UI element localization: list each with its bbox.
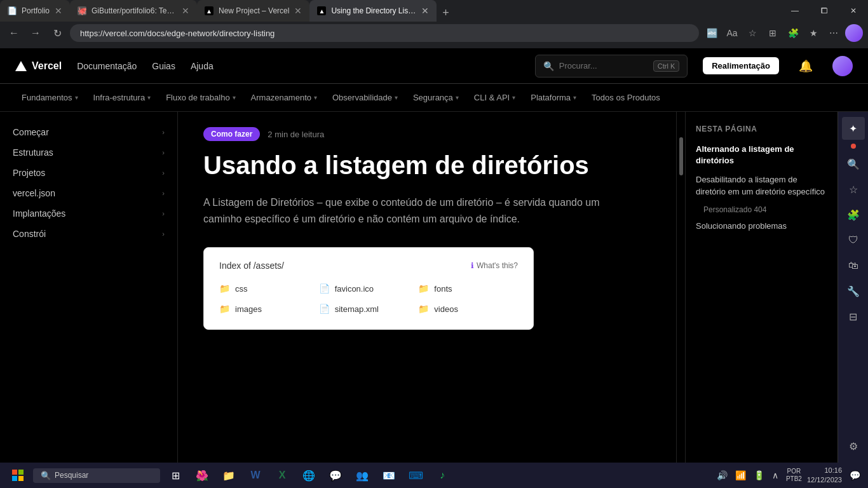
tab-close-github[interactable]: ✕ <box>182 6 189 16</box>
sidebar-item-constroi[interactable]: Constrói › <box>0 224 177 244</box>
folder-icon: 📁 <box>219 304 230 314</box>
tab-portfolio[interactable]: 📄 Portfolio ✕ <box>0 0 70 22</box>
page-description: A Listagem de Diretórios – que exibe o c… <box>203 194 623 227</box>
dir-item-label-favicon: favicon.ico <box>335 284 374 294</box>
more-icon[interactable]: ⋯ <box>825 24 843 42</box>
taskbar-app-teams[interactable]: 👥 <box>349 464 375 486</box>
subnav-workflow[interactable]: Fluxo de trabalho ▾ <box>159 84 241 112</box>
reload-button[interactable]: ↻ <box>48 24 66 42</box>
favorites-panel-icon[interactable]: ☆ <box>842 178 865 201</box>
taskbar-search[interactable]: 🔍 Pesquisar <box>33 468 160 483</box>
search-input[interactable] <box>559 61 648 71</box>
toc-item-personalizado[interactable]: Personalizado 404 <box>696 205 827 214</box>
scroll-thumb[interactable] <box>679 137 683 175</box>
user-avatar[interactable] <box>832 56 853 76</box>
taskbar-app-vscode[interactable]: ⌨ <box>403 464 428 486</box>
sidebar-item-comecar[interactable]: Começar › <box>0 122 177 142</box>
sidebar-item-projetos[interactable]: Projetos › <box>0 163 177 183</box>
scrollbar[interactable] <box>676 112 685 488</box>
search-icon: 🔍 <box>543 61 554 71</box>
system-clock[interactable]: 10:16 12/12/2023 <box>807 466 842 485</box>
taskbar-apps: ⊞ 🌺 📁 W X 🌐 💬 👥 📧 ⌨ ♪ <box>163 464 455 486</box>
copilot-icon[interactable]: ✦ <box>842 117 865 140</box>
sidebar-item-estruturas[interactable]: Estruturas › <box>0 142 177 163</box>
battery-icon[interactable]: 🔋 <box>751 468 767 483</box>
back-button[interactable]: ← <box>5 24 23 42</box>
taskbar-app-taskview[interactable]: ⊞ <box>163 464 188 486</box>
tab-vercel-new[interactable]: ▲ New Project – Vercel ✕ <box>197 0 309 22</box>
subnav-fundamentos[interactable]: Fundamentos ▾ <box>15 84 85 112</box>
subnav-security[interactable]: Segurança ▾ <box>407 84 465 112</box>
dir-item-sitemap: 📄 sitemap.xml <box>319 301 419 316</box>
taskbar-app-explorer[interactable]: 📁 <box>216 464 241 486</box>
tab-close-vercel-new[interactable]: ✕ <box>294 6 302 16</box>
tab-close-vercel-docs[interactable]: ✕ <box>421 6 429 16</box>
notification-center-icon[interactable]: 💬 <box>847 468 863 483</box>
como-fazer-badge: Como fazer <box>203 127 260 141</box>
reader-icon[interactable]: Aa <box>723 24 741 42</box>
audio-icon[interactable]: 🔊 <box>714 468 730 483</box>
favorite-icon[interactable]: ☆ <box>743 24 761 42</box>
subnav-observability[interactable]: Observabilidade ▾ <box>326 84 404 112</box>
settings-icon[interactable]: ⚙ <box>842 435 865 458</box>
nav-ajuda[interactable]: Ajuda <box>191 61 214 71</box>
sidebar-label-vercel-json: vercel.json <box>13 188 55 198</box>
tab-vercel-docs[interactable]: ▲ Using the Directory Listing | Verc... … <box>309 0 437 22</box>
maximize-button[interactable]: ⧠ <box>810 0 839 22</box>
taskbar-app-word[interactable]: W <box>243 464 268 486</box>
sidebar-item-vercel-json[interactable]: vercel.json › <box>0 183 177 203</box>
language-indicator: PORPTB2 <box>786 468 802 483</box>
chevron-icon: ▾ <box>233 94 236 101</box>
taskbar-app-flower[interactable]: 🌺 <box>189 464 215 486</box>
tab-github[interactable]: 🐙 GiButter/portifolio6: Tentativa 6... ✕ <box>70 0 197 22</box>
system-tray: 🔊 📶 🔋 ∧ <box>714 468 781 483</box>
subnav-storage[interactable]: Armazenamento ▾ <box>245 84 323 112</box>
start-button[interactable] <box>5 464 31 486</box>
subnav-cli[interactable]: CLI & API ▾ <box>468 84 522 112</box>
split-view-icon[interactable]: ⊞ <box>764 24 782 42</box>
shopping-icon[interactable]: 🛍 <box>842 254 865 277</box>
tab-close-portfolio[interactable]: ✕ <box>55 6 62 16</box>
toc-item-desabilitando[interactable]: Desabilitando a listagem de diretório em… <box>696 174 827 197</box>
toc-item-alternando[interactable]: Alternando a listagem de diretórios <box>696 144 827 166</box>
sidebar-label-implantacoes: Implantações <box>13 208 65 219</box>
close-button[interactable]: ✕ <box>839 0 868 22</box>
tools-icon[interactable]: 🔧 <box>842 280 865 302</box>
toc-item-solucionando[interactable]: Solucionando problemas <box>696 220 827 232</box>
taskbar-app-spotify[interactable]: ♪ <box>430 464 455 486</box>
extensions-panel-icon[interactable]: 🧩 <box>842 203 865 226</box>
subnav-platform[interactable]: Plataforma ▾ <box>524 84 583 112</box>
new-tab-button[interactable]: + <box>437 4 454 22</box>
zoom-in-icon[interactable]: 🔍 <box>842 152 865 175</box>
search-box[interactable]: 🔍 Ctrl K <box>535 55 688 78</box>
dir-whatsthis[interactable]: ℹ What's this? <box>471 261 518 270</box>
translate-icon[interactable]: 🔤 <box>703 24 721 42</box>
sub-navigation: Fundamentos ▾ Infra-estrutura ▾ Fluxo de… <box>0 84 868 112</box>
profile-avatar[interactable] <box>845 24 863 42</box>
notification-icon[interactable]: 🔔 <box>794 55 817 78</box>
sidebar-item-implantacoes[interactable]: Implantações › <box>0 203 177 224</box>
subnav-all-products[interactable]: Todos os Produtos <box>585 84 667 112</box>
browser-essentials-icon[interactable]: 🛡 <box>842 229 865 252</box>
network-icon[interactable]: 📶 <box>733 468 749 483</box>
taskbar-app-outlook[interactable]: 📧 <box>376 464 402 486</box>
feedback-button[interactable]: Realimentação <box>703 57 779 74</box>
nav-documentacao[interactable]: Documentação <box>77 61 137 71</box>
taskbar-app-edge[interactable]: 🌐 <box>296 464 322 486</box>
vercel-logo[interactable]: Vercel <box>15 60 62 72</box>
dir-item-favicon: 📄 favicon.ico <box>319 281 419 296</box>
dir-item-fonts: 📁 fonts <box>418 281 518 296</box>
nav-guias[interactable]: Guias <box>152 61 175 71</box>
chevron-up-icon[interactable]: ∧ <box>770 468 781 483</box>
chevron-right-icon: › <box>162 169 165 177</box>
minimize-button[interactable]: — <box>780 0 810 22</box>
taskbar-app-excel[interactable]: X <box>269 464 295 486</box>
sidebar-label-constroi: Constrói <box>13 229 46 239</box>
subnav-infra[interactable]: Infra-estrutura ▾ <box>87 84 158 112</box>
collections-icon[interactable]: ★ <box>804 24 822 42</box>
forward-button[interactable]: → <box>27 24 44 42</box>
sidebar-open-icon[interactable]: ⊟ <box>842 305 865 328</box>
address-input[interactable] <box>70 24 699 42</box>
taskbar-app-whatsapp[interactable]: 💬 <box>323 464 348 486</box>
extensions-icon[interactable]: 🧩 <box>784 24 802 42</box>
